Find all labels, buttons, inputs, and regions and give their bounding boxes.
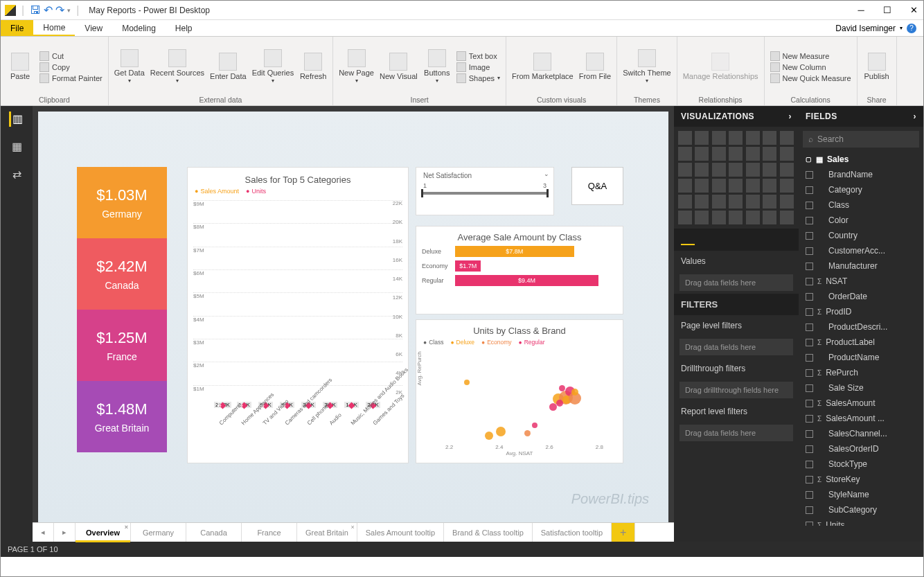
field-row[interactable]: Category <box>799 182 923 197</box>
paste-button[interactable]: Paste <box>6 53 34 80</box>
image-button[interactable]: Image <box>456 62 500 72</box>
field-row[interactable]: SalesChannel... <box>799 426 923 441</box>
tab-modeling[interactable]: Modeling <box>112 20 166 36</box>
viz-type-icon[interactable] <box>746 179 760 193</box>
report-view-icon[interactable]: ▥ <box>9 112 24 127</box>
viz-type-icon[interactable] <box>712 147 726 161</box>
new-measure-button[interactable]: New Measure <box>770 51 851 61</box>
viz-type-icon[interactable] <box>695 147 709 161</box>
new-quick-measure-button[interactable]: New Quick Measure <box>770 73 851 83</box>
viz-type-icon[interactable] <box>695 163 709 177</box>
field-row[interactable]: BrandName <box>799 167 923 182</box>
viz-type-icon[interactable] <box>678 131 692 145</box>
manage-relationships-button[interactable]: Manage Relationships <box>683 53 758 80</box>
kpi-card[interactable]: $1.25MFrance <box>77 310 167 381</box>
add-page-button[interactable]: + <box>612 523 635 542</box>
viz-type-icon[interactable] <box>763 195 776 208</box>
field-row[interactable]: ΣRePurch <box>799 365 923 380</box>
redo-icon[interactable]: ↷ <box>55 3 64 17</box>
tab-view[interactable]: View <box>75 20 112 36</box>
new-visual-button[interactable]: New Visual <box>380 53 418 80</box>
field-row[interactable]: ΣNSAT <box>799 274 923 289</box>
field-row[interactable]: ΣSalesAmount ... <box>799 411 923 426</box>
field-row[interactable]: Manufacturer <box>799 258 923 274</box>
horizontal-bar-visual[interactable]: Average Sale Amount by Class Deluxe$7.8M… <box>416 226 623 314</box>
viz-type-icon[interactable] <box>780 147 794 161</box>
report-canvas[interactable]: $1.03MGermany$2.42MCanada$1.25MFrance$1.… <box>38 112 668 522</box>
viz-type-icon[interactable] <box>763 147 776 161</box>
from-marketplace-button[interactable]: From Marketplace <box>512 53 574 80</box>
page-tab[interactable]: Brand & Class tooltip <box>444 523 533 542</box>
close-button[interactable]: ✕ <box>908 5 919 15</box>
viz-type-icon[interactable] <box>678 211 692 224</box>
kpi-card[interactable]: $2.42MCanada <box>77 238 167 310</box>
viz-type-icon[interactable] <box>780 195 794 208</box>
fields-tab-icon[interactable] <box>681 234 695 245</box>
prev-page-button[interactable]: ◂ <box>33 523 54 542</box>
table-row[interactable]: ▢ ▦ Sales <box>799 152 923 167</box>
viz-type-icon[interactable] <box>746 195 760 208</box>
field-row[interactable]: ΣProdID <box>799 304 923 319</box>
page-tab[interactable]: Germany <box>131 523 186 542</box>
get-data-button[interactable]: Get Data▾ <box>114 49 145 85</box>
switch-theme-button[interactable]: Switch Theme▾ <box>623 49 671 85</box>
viz-type-icon[interactable] <box>695 211 709 224</box>
tab-help[interactable]: Help <box>166 20 202 36</box>
viz-type-icon[interactable] <box>763 211 776 224</box>
shapes-button[interactable]: Shapes ▾ <box>456 73 500 83</box>
publish-button[interactable]: Publish <box>863 53 891 80</box>
format-painter-button[interactable]: Format Painter <box>39 73 103 83</box>
viz-type-icon[interactable] <box>712 195 726 208</box>
viz-type-icon[interactable] <box>678 195 692 208</box>
page-tab[interactable]: Canada <box>186 523 242 542</box>
enter-data-button[interactable]: Enter Data <box>210 53 247 80</box>
field-row[interactable]: Color <box>799 213 923 228</box>
viz-type-icon[interactable] <box>746 163 760 177</box>
viz-type-icon[interactable] <box>695 195 709 208</box>
viz-type-icon[interactable] <box>729 195 743 208</box>
tab-home[interactable]: Home <box>33 20 75 36</box>
field-row[interactable]: Country <box>799 228 923 243</box>
kpi-card[interactable]: $1.03MGermany <box>77 167 167 238</box>
bar-chart-visual[interactable]: Sales for Top 5 Categories Sales Amount … <box>187 167 409 463</box>
cut-button[interactable]: Cut <box>39 51 103 61</box>
viz-type-icon[interactable] <box>678 179 692 193</box>
viz-type-icon[interactable] <box>678 163 692 177</box>
viz-type-icon[interactable] <box>763 163 776 177</box>
file-tab[interactable]: File <box>1 20 33 36</box>
edit-queries-button[interactable]: Edit Queries▾ <box>252 49 294 85</box>
model-view-icon[interactable]: ⇄ <box>9 167 24 182</box>
next-page-button[interactable]: ▸ <box>54 523 75 542</box>
refresh-button[interactable]: Refresh <box>299 53 327 80</box>
slicer-visual[interactable]: Net Satisfaction 13 ⌄ <box>416 167 554 215</box>
field-row[interactable]: ΣSalesAmount <box>799 396 923 411</box>
field-row[interactable]: ΣStoreKey <box>799 472 923 487</box>
undo-icon[interactable]: ↶ <box>44 3 53 17</box>
chevron-down-icon[interactable]: ⌄ <box>544 170 549 177</box>
qna-visual[interactable]: Q&A <box>571 167 623 205</box>
format-tab-icon[interactable] <box>703 234 717 245</box>
field-row[interactable]: ΣUnits <box>799 517 923 526</box>
viz-type-icon[interactable] <box>695 131 709 145</box>
from-file-button[interactable]: From File <box>579 53 611 80</box>
viz-type-icon[interactable] <box>729 163 743 177</box>
viz-type-icon[interactable] <box>780 163 794 177</box>
viz-type-icon[interactable] <box>729 131 743 145</box>
field-row[interactable]: OrderDate <box>799 289 923 304</box>
page-tab[interactable]: Sales Amount tooltip <box>357 523 444 542</box>
page-tab[interactable]: Great Britain× <box>297 523 357 542</box>
recent-sources-button[interactable]: Recent Sources▾ <box>150 49 204 85</box>
viz-type-icon[interactable] <box>780 179 794 193</box>
page-tab[interactable]: Satisfaction tooltip <box>533 523 612 542</box>
viz-type-icon[interactable] <box>729 211 743 224</box>
user-name[interactable]: David Iseminger <box>835 24 896 33</box>
viz-type-icon[interactable] <box>695 179 709 193</box>
field-row[interactable]: ProductName <box>799 350 923 365</box>
save-icon[interactable]: 🖫 <box>30 4 41 17</box>
viz-type-icon[interactable] <box>780 131 794 145</box>
field-row[interactable]: Class <box>799 197 923 213</box>
page-tab[interactable]: France <box>242 523 297 542</box>
viz-type-icon[interactable] <box>729 147 743 161</box>
field-row[interactable]: ProductDescri... <box>799 319 923 335</box>
viz-type-icon[interactable] <box>746 147 760 161</box>
